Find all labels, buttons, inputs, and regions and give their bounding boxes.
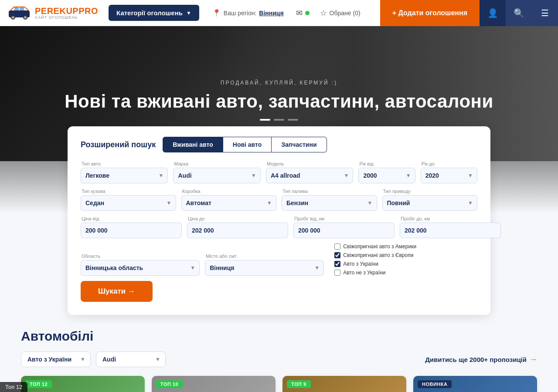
city-field: Місто або смт Вінниця ▼	[205, 253, 324, 276]
menu-icon-button[interactable]: ☰	[532, 0, 558, 26]
checkbox-not-ukraine-input[interactable]	[334, 270, 340, 276]
car-card-1-image: ТОП 12	[21, 376, 145, 392]
messages-area[interactable]: ✉	[296, 8, 310, 18]
model-select[interactable]: A4 allroad	[266, 168, 353, 183]
brand-filter-wrap: Audi ▼	[96, 351, 166, 367]
search-panel: Розширений пошук Вживані авто Нові авто …	[68, 126, 490, 315]
brand-label: Марка	[173, 161, 260, 166]
car-card-4[interactable]: НОВИНКА	[413, 376, 537, 392]
checkbox-ukraine-label: Авто з України	[343, 261, 378, 267]
year-to-select[interactable]: 2020	[421, 168, 477, 183]
svg-point-4	[24, 16, 27, 19]
search-row-1: Тип авто Легкове ▼ Марка Audi ▼ Модель A…	[81, 161, 477, 183]
checkbox-america[interactable]: Свіжопригнані авто з Америки	[334, 243, 477, 250]
year-to-field: Рік до 2020 ▼	[421, 161, 477, 183]
price-to-field: Ціна до 202 000	[187, 216, 288, 238]
search-panel-title: Розширений пошук	[81, 140, 156, 149]
brand-filter-select[interactable]: Audi	[96, 351, 166, 367]
gearbox-label: Коробка	[181, 189, 277, 194]
checkbox-america-label: Свіжопригнані авто з Америки	[343, 243, 416, 250]
year-to-label: Рік до	[421, 161, 477, 166]
hero-dot-2[interactable]	[274, 119, 284, 121]
drive-select[interactable]: Повний	[382, 195, 478, 211]
year-from-field: Рік від 2000 ▼	[358, 161, 415, 183]
car-card-2-image: ТОП 10	[152, 376, 276, 392]
checkbox-europe-label: Свіжопригнані авто з Європи	[343, 252, 413, 258]
brand-name: PEREKUPPRO	[35, 6, 98, 16]
gearbox-select[interactable]: Автомат	[181, 195, 277, 211]
badge-top-12: ТОП 12	[25, 380, 52, 388]
svg-rect-6	[20, 7, 24, 10]
cars-section-title: Автомобілі	[21, 329, 537, 344]
tab-parts[interactable]: Запчастини	[272, 137, 327, 152]
checkbox-europe-input[interactable]	[334, 252, 340, 258]
car-type-label: Тип авто	[81, 161, 168, 166]
site-tagline: САЙТ ОГОЛОШЕНЬ	[35, 16, 98, 20]
search-row-3: Ціна від 200 000 Ціна до 202 000 Пробіг …	[81, 216, 477, 238]
car-card-2[interactable]: ТОП 10	[152, 376, 276, 392]
add-listing-button[interactable]: + Додати оголошення	[380, 0, 480, 26]
drive-label: Тип приводу	[382, 189, 478, 194]
body-select[interactable]: Седан	[81, 195, 176, 211]
badge-top-10: ТОП 10	[156, 380, 183, 388]
year-from-label: Рік від	[358, 161, 415, 166]
year-from-select[interactable]: 2000	[358, 168, 415, 183]
region-area: 📍 Ваш регіон: Вінниця	[212, 9, 284, 17]
favorites-area[interactable]: ☆ Обране (0)	[320, 8, 361, 18]
categories-button[interactable]: Категорії оголошень ▼	[109, 5, 199, 21]
search-icon: 🔍	[514, 8, 524, 18]
search-row-2: Тип кузова Седан ▼ Коробка Автомат ▼ Тип…	[81, 189, 477, 211]
checkbox-america-input[interactable]	[334, 243, 340, 250]
mileage-to-field: Пробіг до, км 202 000	[400, 216, 501, 238]
online-indicator	[305, 11, 310, 15]
cars-section: Автомобілі Авто з України ▼ Audi ▼ Дивит…	[0, 315, 558, 392]
mileage-from-label: Пробіг від, км	[293, 216, 395, 221]
car-type-select[interactable]: Легкове	[81, 168, 168, 183]
message-icon: ✉	[296, 8, 303, 18]
svg-rect-5	[14, 7, 19, 10]
car-card-1[interactable]: ТОП 12	[21, 376, 145, 392]
search-button[interactable]: Шукати →	[81, 281, 153, 302]
checkbox-not-ukraine-label: Авто не з України	[343, 270, 385, 276]
search-tabs: Вживані авто Нові авто Запчастини	[163, 137, 327, 152]
region-field-label: Область	[81, 253, 200, 259]
user-icon: 👤	[487, 8, 498, 18]
price-from-label: Ціна від	[81, 216, 182, 221]
hero-dot-1[interactable]	[260, 119, 270, 121]
checkbox-europe[interactable]: Свіжопригнані авто з Європи	[334, 252, 477, 258]
city-select[interactable]: Вінниця	[205, 260, 324, 276]
body-field: Тип кузова Седан ▼	[81, 189, 176, 211]
header: PEREKUPPRO САЙТ ОГОЛОШЕНЬ Категорії огол…	[0, 0, 558, 26]
tab-new-cars[interactable]: Нові авто	[223, 137, 272, 152]
hero-subtitle: ПРОДАВАЙ, КУПЛЯЙ, КЕРМУЙ :)	[65, 80, 493, 86]
drive-field: Тип приводу Повний ▼	[382, 189, 478, 211]
brand-select[interactable]: Audi	[173, 168, 260, 183]
car-card-3[interactable]: ТОП 9	[282, 376, 406, 392]
checkbox-ukraine-input[interactable]	[334, 261, 340, 267]
city-field-label: Місто або смт	[205, 253, 324, 259]
origin-filter-select[interactable]: Авто з України	[21, 351, 91, 367]
mileage-from-input[interactable]: 200 000	[293, 223, 395, 238]
search-icon-button[interactable]: 🔍	[506, 0, 532, 26]
checkbox-not-ukraine[interactable]: Авто не з України	[334, 270, 477, 276]
tab-used-cars[interactable]: Вживані авто	[163, 137, 223, 152]
price-to-input[interactable]: 202 000	[187, 223, 288, 238]
body-label: Тип кузова	[81, 189, 176, 194]
price-from-field: Ціна від 200 000	[81, 216, 182, 238]
region-link[interactable]: Вінниця	[259, 10, 283, 17]
car-type-field: Тип авто Легкове ▼	[81, 161, 168, 183]
fuel-select[interactable]: Бензин	[282, 195, 377, 211]
user-icon-button[interactable]: 👤	[480, 0, 506, 26]
mileage-to-input[interactable]: 202 000	[400, 223, 501, 238]
origin-filter-wrap: Авто з України ▼	[21, 351, 91, 367]
arrow-icon: →	[529, 355, 537, 364]
view-more-link[interactable]: Дивитись ще 2000+ пропозицій →	[425, 355, 537, 364]
hero-dot-3[interactable]	[288, 119, 298, 121]
region-select[interactable]: Вінницька область	[81, 260, 200, 276]
logo[interactable]: PEREKUPPRO САЙТ ОГОЛОШЕНЬ	[0, 4, 105, 22]
price-from-input[interactable]: 200 000	[81, 223, 182, 238]
checkbox-ukraine[interactable]: Авто з України	[334, 261, 477, 267]
badge-new: НОВИНКА	[418, 380, 452, 388]
fuel-label: Тип палива	[282, 189, 377, 194]
mileage-to-label: Пробіг до, км	[400, 216, 501, 221]
